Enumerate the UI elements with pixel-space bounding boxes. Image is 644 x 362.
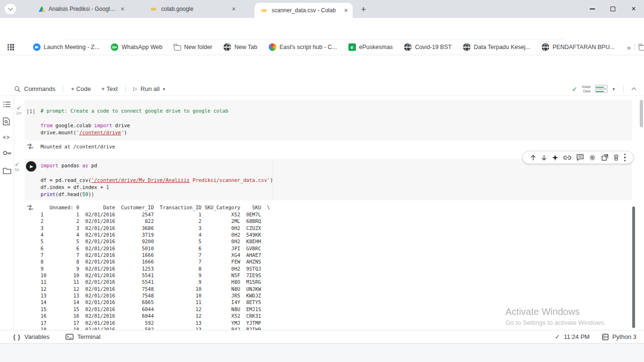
braces-icon: { } <box>13 334 21 340</box>
bookmark-item[interactable]: Covid-19 BST <box>404 43 452 51</box>
globe-icon <box>404 43 412 51</box>
colab-favicon <box>260 7 268 14</box>
move-cell-up-button[interactable] <box>530 155 536 161</box>
commands-button[interactable]: Commands <box>14 85 55 92</box>
output-scrollbar[interactable] <box>632 206 635 328</box>
minimize-icon <box>590 8 595 9</box>
globe-icon <box>463 43 471 51</box>
comment-icon[interactable] <box>577 154 584 161</box>
dataframe-row: 10 10 02/01/2016 5541 9 N5F 7IE9S <box>41 272 261 279</box>
chevron-down-icon: ▾ <box>163 87 165 91</box>
collapse-header-button[interactable] <box>632 87 636 92</box>
more-actions-icon[interactable] <box>624 154 626 161</box>
dataframe-row: 13 13 02/01/2016 7548 10 JR5 KWDJZ <box>41 292 261 299</box>
new-tab-button[interactable]: + <box>357 3 370 16</box>
code-line: import pandas as pd <box>41 162 273 169</box>
window-close-button[interactable]: × <box>623 0 644 18</box>
disk-gauge <box>595 89 608 93</box>
apps-grid-icon[interactable] <box>8 44 14 50</box>
table-of-contents-icon[interactable] <box>3 101 11 107</box>
divider <box>623 85 624 93</box>
resources-dropdown[interactable]: ▾ <box>612 87 615 91</box>
dataframe-row: 9 9 02/01/2016 1253 8 0H2 9STQJ <box>41 265 261 272</box>
bookmark-item[interactable]: Launch Meeting - Z... <box>33 43 99 51</box>
all-bookmarks-button[interactable]: All Bookmarks <box>639 44 644 50</box>
tab-close-icon[interactable]: × <box>344 7 348 14</box>
variables-button[interactable]: { } Variables <box>13 333 50 340</box>
bookmark-item[interactable]: Data Terpadu Kesej... <box>463 43 530 51</box>
chevron-down-icon <box>8 6 13 11</box>
tab-close-icon[interactable]: × <box>121 6 124 12</box>
window-minimize-button[interactable] <box>582 0 603 18</box>
terminal-button[interactable]: Terminal <box>66 333 100 340</box>
bookmark-items: Launch Meeting - Z...WhatsApp WebNew fol… <box>33 43 615 51</box>
notebook-area: <> ✓ 1m [1] # prompt: Create a code to c… <box>0 96 644 330</box>
secrets-key-icon[interactable] <box>3 150 12 156</box>
delete-cell-icon[interactable] <box>613 154 619 161</box>
cell1-exec-count[interactable]: [1] <box>26 108 35 114</box>
browser-tab[interactable]: Analisis Prediksi - Google Drive× <box>33 0 129 18</box>
browser-tab[interactable]: colab.google× <box>144 0 240 18</box>
gemini-spark-icon[interactable] <box>552 155 558 161</box>
resource-labels: RAMDisk <box>582 85 591 93</box>
activate-windows-subtext: Go to Settings to activate Windows. <box>505 319 606 326</box>
tab-search-button[interactable] <box>5 4 16 14</box>
cell-settings-gear-icon[interactable] <box>589 154 596 161</box>
folder-icon <box>639 45 644 50</box>
add-code-button[interactable]: + Code <box>71 85 91 92</box>
windows-taskbar: Type here to search ▶trade O A T W 1 33°… <box>0 343 644 362</box>
globe-icon <box>223 43 231 51</box>
cell2-code[interactable]: import pandas as pd df = pd.read_csv('/c… <box>41 162 273 198</box>
browser-tab[interactable]: scanner_data.csv - Colab× <box>255 3 353 18</box>
drive-favicon <box>39 6 45 12</box>
tab-title: colab.google <box>161 6 228 12</box>
find-replace-icon[interactable] <box>3 117 10 125</box>
dataframe-row: 17 17 02/01/2016 592 13 YMJ YJTMP <box>41 320 261 326</box>
code-line: from google.colab import drive <box>41 122 228 129</box>
bookmark-label: Launch Meeting - Z... <box>44 44 99 50</box>
output-icon[interactable] <box>26 143 34 149</box>
kernel-icon <box>602 334 609 340</box>
maximize-icon <box>611 7 615 11</box>
bookmarks-overflow-button[interactable]: » <box>627 43 631 51</box>
dataframe-row: 15 15 02/01/2016 6044 12 N8U EMJ1S <box>41 306 261 313</box>
browser-address-bar: colab.research.google.com/drive/1peHFYbs… <box>0 18 644 40</box>
bookmark-item[interactable]: East's script hub - C... <box>269 43 337 51</box>
kernel-status[interactable]: Python 3 <box>602 333 636 340</box>
bookmark-label: PENDAFTARAN BPU... <box>553 44 615 50</box>
divider <box>125 85 126 93</box>
dataframe-row: 2 2 02/01/2016 822 2 2ML 68BRQ <box>41 218 261 224</box>
bookmark-item[interactable]: New Tab <box>223 43 257 51</box>
cell1-output-text: Mounted at /content/drive <box>41 144 115 149</box>
move-cell-down-button[interactable] <box>541 155 547 161</box>
window-maximize-button[interactable] <box>603 0 623 18</box>
dataframe-row: 4 4 02/01/2016 3719 4 0H2 549KK <box>41 231 261 238</box>
output-icon[interactable] <box>26 205 34 211</box>
notebook-scrollbar[interactable] <box>640 100 643 127</box>
code-line: # prompt: Create a code to connect googl… <box>41 107 228 115</box>
divider <box>635 43 635 51</box>
bookmark-label: Data Terpadu Kesej... <box>474 44 530 50</box>
dataframe-rows: 1 1 02/01/2016 2547 1 X52 0EM7L2 2 02/01… <box>41 211 261 330</box>
bookmark-item[interactable]: PENDAFTARAN BPU... <box>542 43 615 51</box>
open-in-tab-icon[interactable] <box>602 154 608 161</box>
dataframe-row: 5 5 02/01/2016 9200 5 0H2 K8EHH <box>41 238 261 245</box>
files-folder-icon[interactable] <box>3 167 11 174</box>
run-all-button[interactable]: ▷ Run all ▾ <box>133 85 165 92</box>
dataframe-row: 3 3 02/01/2016 3686 3 0H2 CZUZX <box>41 225 261 231</box>
resource-gauges[interactable] <box>595 84 608 93</box>
cell1-code[interactable]: # prompt: Create a code to connect googl… <box>41 107 228 136</box>
tab-close-icon[interactable]: × <box>232 6 236 12</box>
run-cell-button[interactable]: ▶ <box>26 161 36 172</box>
add-text-button[interactable]: + Text <box>101 85 118 92</box>
copy-link-icon[interactable] <box>563 156 571 160</box>
bookmark-item[interactable]: ePuskesmas <box>348 43 393 51</box>
bookmark-item[interactable]: WhatsApp Web <box>111 43 163 51</box>
dataframe-row: 7 7 02/01/2016 1666 7 XG4 AHAE7 <box>41 252 261 258</box>
window-controls: × <box>582 0 644 18</box>
code-line: drive.mount('/content/drive') <box>41 129 228 136</box>
code-snippets-icon[interactable]: <> <box>3 134 10 140</box>
bookmark-item[interactable]: New folder <box>174 44 213 50</box>
runtime-connected-check-icon: ✓ <box>572 85 578 93</box>
dataframe-row: 18 18 02/01/2016 592 13 P42 B2IW9 <box>41 326 261 330</box>
